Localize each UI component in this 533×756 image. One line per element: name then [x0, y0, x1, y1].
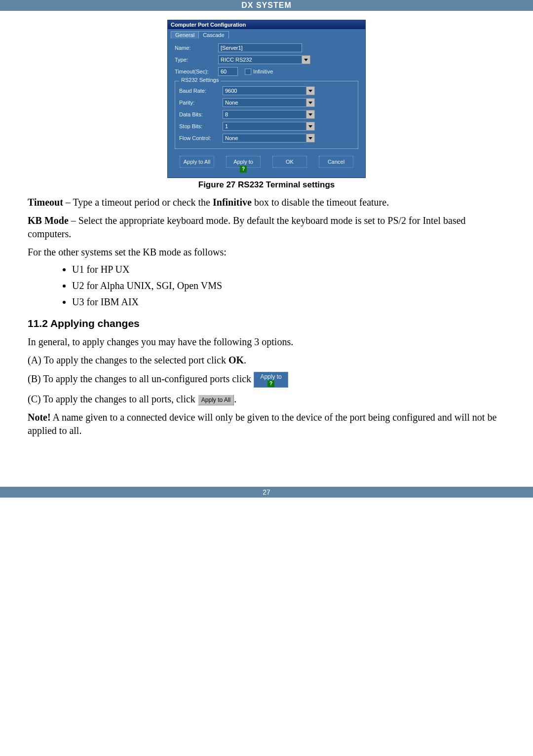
group-title: RS232 Settings: [179, 77, 221, 83]
list-item: U2 for Alpha UNIX, SGI, Open VMS: [72, 280, 505, 291]
rs232-group: RS232 Settings Baud Rate: Parity:: [175, 81, 358, 149]
question-icon: ?: [240, 166, 247, 173]
figure-caption: Figure 27 RS232 Terminal settings: [28, 180, 505, 190]
label-stopbits: Stop Bits:: [179, 123, 223, 129]
config-dialog: Computer Port Configuration General Casc…: [167, 20, 366, 178]
timeout-input[interactable]: [218, 67, 238, 76]
dialog-title: Computer Port Configuration: [168, 20, 365, 29]
name-input[interactable]: [218, 43, 302, 52]
label-timeout: Timeout(Sec):: [175, 69, 218, 74]
ok-button[interactable]: OK: [272, 156, 307, 168]
apply-to-button[interactable]: Apply to ?: [226, 156, 261, 168]
flow-select[interactable]: [223, 134, 306, 143]
question-icon: ?: [267, 380, 274, 387]
checkbox-icon: [245, 69, 251, 75]
text: .: [234, 394, 236, 404]
stopbits-select[interactable]: [223, 122, 306, 131]
text: A name given to a connected device will …: [28, 412, 496, 436]
label-name: Name:: [175, 45, 218, 51]
para-general: In general, to apply changes you may hav…: [28, 335, 505, 349]
chevron-down-icon[interactable]: [306, 98, 315, 107]
para-option-a: (A) To apply the changes to the selected…: [28, 354, 505, 367]
section-heading: 11.2 Applying changes: [28, 318, 505, 329]
para-note: Note! A name given to a connected device…: [28, 411, 505, 437]
para-option-c: (C) To apply the changes to all ports, c…: [28, 393, 505, 406]
apply-to-all-button[interactable]: Apply to All: [180, 156, 214, 168]
kb-mode-list: U1 for HP UX U2 for Alpha UNIX, SGI, Ope…: [28, 264, 505, 308]
list-item: U3 for IBM AIX: [72, 296, 505, 308]
databits-select[interactable]: [223, 110, 306, 119]
text-bold: KB Mode: [28, 215, 69, 226]
inline-apply-to-button[interactable]: Apply to ?: [254, 372, 288, 388]
baud-select[interactable]: [223, 86, 306, 95]
text: (A) To apply the changes to the selected…: [28, 355, 228, 365]
chevron-down-icon[interactable]: [306, 86, 315, 95]
text-bold: Timeout: [28, 197, 63, 208]
text: box to disable the timeout feature.: [252, 197, 389, 208]
label-flow: Flow Control:: [179, 135, 223, 141]
page-content: Computer Port Configuration General Casc…: [0, 11, 533, 457]
label-parity: Parity:: [179, 100, 223, 106]
text-bold: Note!: [28, 412, 51, 423]
para-timeout: Timeout – Type a timeout period or check…: [28, 196, 505, 209]
list-item: U1 for HP UX: [72, 264, 505, 275]
chevron-down-icon[interactable]: [306, 122, 315, 131]
text-bold: Infinitive: [213, 197, 252, 208]
chevron-down-icon[interactable]: [306, 134, 315, 143]
tab-cascade[interactable]: Cascade: [198, 31, 228, 38]
label-type: Type:: [175, 57, 218, 63]
doc-header: DX SYSTEM: [0, 0, 533, 11]
type-select[interactable]: [218, 55, 302, 64]
label-baud: Baud Rate:: [179, 88, 223, 94]
inline-apply-to-all-button[interactable]: Apply to All: [198, 395, 234, 405]
para-for-other: For the other systems set the KB mode as…: [28, 246, 505, 259]
inline-apply-to-label: Apply to: [260, 374, 281, 380]
label-infinitive: Infinitive: [253, 69, 273, 74]
text: (B) To apply the changes to all un-confi…: [28, 373, 254, 384]
apply-to-label: Apply to: [233, 159, 253, 165]
text: – Type a timeout period or check the: [63, 197, 213, 208]
infinitive-checkbox[interactable]: Infinitive: [245, 69, 273, 75]
para-kbmode: KB Mode – Select the appropriate keyboar…: [28, 214, 505, 241]
para-option-b: (B) To apply the changes to all un-confi…: [28, 372, 505, 388]
cancel-button[interactable]: Cancel: [319, 156, 353, 168]
doc-footer: 27: [0, 487, 533, 498]
chevron-down-icon[interactable]: [302, 55, 310, 64]
label-databits: Data Bits:: [179, 111, 223, 117]
text: – Select the appropriate keyboard mode. …: [28, 215, 466, 239]
chevron-down-icon[interactable]: [306, 110, 315, 119]
text-bold: OK: [228, 355, 244, 365]
text: (C) To apply the changes to all ports, c…: [28, 394, 198, 404]
tab-general[interactable]: General: [171, 31, 199, 38]
parity-select[interactable]: [223, 98, 306, 107]
text: .: [244, 355, 246, 365]
